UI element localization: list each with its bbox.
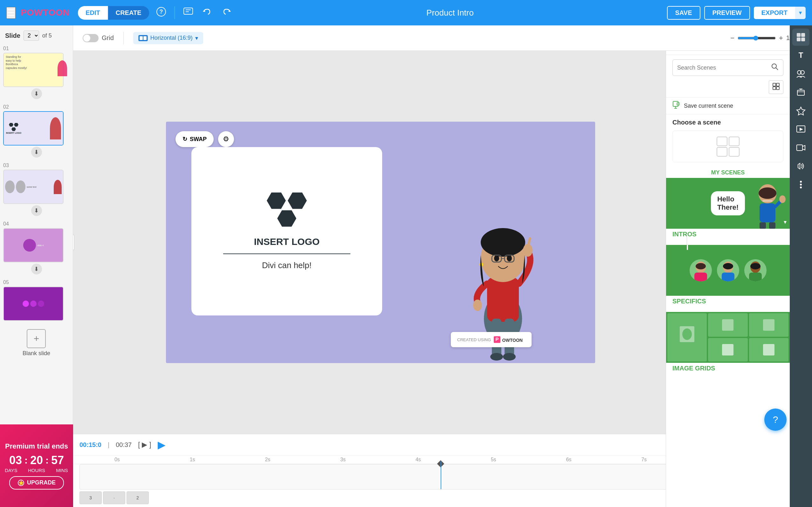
svg-marker-87 bbox=[803, 146, 805, 150]
canvas-next-button[interactable]: › bbox=[687, 235, 688, 250]
svg-rect-68 bbox=[722, 319, 733, 331]
hex-2 bbox=[288, 192, 307, 209]
timeline-thumb-3[interactable]: 3 bbox=[80, 492, 102, 504]
slide-item-4[interactable]: 04 slide 4 ⬇ bbox=[0, 219, 73, 278]
sidebar-props-button[interactable] bbox=[792, 84, 809, 101]
mins-label: MINS bbox=[52, 468, 71, 473]
settings-button[interactable]: ⚙ bbox=[218, 131, 234, 147]
zoom-in-button[interactable]: + bbox=[779, 34, 783, 42]
export-button-group: EXPORT ▾ bbox=[754, 7, 806, 19]
menu-icon[interactable]: ☰ bbox=[6, 7, 15, 19]
edit-button[interactable]: EDIT bbox=[78, 6, 108, 20]
slide-3-action-btn[interactable]: ⬇ bbox=[31, 205, 42, 216]
slide-item-5[interactable]: 05 bbox=[0, 278, 73, 323]
svg-rect-2 bbox=[184, 8, 193, 14]
svg-line-36 bbox=[776, 68, 778, 70]
zoom-out-button[interactable]: − bbox=[730, 34, 734, 42]
slide-thumb-3[interactable]: some text bbox=[3, 170, 64, 204]
char-3 bbox=[744, 259, 767, 281]
svg-text:OWTOON: OWTOON bbox=[502, 338, 523, 343]
swap-icon: ↻ bbox=[183, 136, 187, 143]
specifics-scene-preview[interactable]: ▾ bbox=[666, 245, 790, 296]
slide-thumb-5[interactable] bbox=[3, 287, 64, 321]
save-scene-row[interactable]: Save current scene bbox=[666, 97, 790, 114]
help-button[interactable]: ? bbox=[764, 408, 786, 431]
slide-thumb-4[interactable]: slide 4 bbox=[3, 228, 64, 263]
create-button[interactable]: CREATE bbox=[108, 6, 149, 20]
svg-rect-46 bbox=[729, 137, 739, 146]
sidebar-media-button[interactable] bbox=[792, 121, 809, 138]
export-dropdown-arrow[interactable]: ▾ bbox=[795, 7, 806, 19]
hours-label: HOURS bbox=[27, 468, 46, 473]
slide-1-action-btn[interactable]: ⬇ bbox=[31, 88, 42, 99]
blank-slide-button[interactable]: + Blank slide bbox=[19, 326, 53, 360]
ruler-6s: 6s bbox=[531, 456, 607, 464]
timeline-track[interactable] bbox=[80, 464, 682, 490]
sidebar-scenes-button[interactable] bbox=[792, 29, 809, 46]
intros-character bbox=[748, 181, 786, 229]
days-label: DAYS bbox=[2, 468, 21, 473]
help-icon-button[interactable]: ? bbox=[154, 5, 168, 21]
slide-4-action-btn[interactable]: ⬇ bbox=[31, 264, 42, 275]
svg-rect-64 bbox=[749, 273, 762, 281]
svg-text:⭐: ⭐ bbox=[18, 480, 24, 486]
redo-button[interactable] bbox=[219, 5, 233, 21]
icon-sidebar: T bbox=[790, 25, 812, 507]
loop-play-button[interactable]: [ ▶ ] bbox=[138, 441, 151, 449]
props-icon bbox=[796, 88, 806, 97]
slide-thumb-2[interactable]: INSERT LOGO bbox=[3, 111, 64, 146]
grid-toggle-switch[interactable] bbox=[83, 34, 99, 42]
scene-search-input[interactable] bbox=[673, 61, 767, 74]
slide-2-action-btn[interactable]: ⬇ bbox=[31, 147, 42, 158]
premium-hours: 20 bbox=[30, 454, 43, 467]
svg-rect-39 bbox=[773, 87, 776, 90]
header-actions: SAVE PREVIEW EXPORT ▾ bbox=[667, 6, 806, 20]
slide-number-1: 01 bbox=[3, 46, 70, 51]
play-button[interactable]: ▶ bbox=[158, 439, 166, 451]
upgrade-button[interactable]: ⭐ UPGRADE bbox=[9, 476, 64, 490]
preview-button[interactable]: PREVIEW bbox=[704, 6, 750, 20]
canvas-collapse-button[interactable]: ‹ bbox=[73, 235, 74, 250]
svg-rect-48 bbox=[729, 148, 739, 156]
intros-scene-preview[interactable]: HelloThere! ▾ bbox=[666, 178, 790, 229]
zoom-slider[interactable] bbox=[738, 36, 776, 41]
aspect-label: Horizontal (16:9) bbox=[150, 35, 193, 41]
export-button[interactable]: EXPORT bbox=[754, 7, 795, 19]
intros-label: INTROS bbox=[666, 229, 790, 240]
svg-rect-50 bbox=[760, 203, 775, 222]
sidebar-characters-button[interactable] bbox=[792, 65, 809, 82]
svg-point-59 bbox=[696, 263, 706, 269]
intros-arrow: ▾ bbox=[784, 219, 786, 226]
sidebar-icons-button[interactable] bbox=[792, 102, 809, 119]
my-scenes-placeholder-icon bbox=[715, 135, 741, 158]
scene-category-specifics: ▾ SPECIFICS bbox=[666, 245, 790, 307]
slide-number-select[interactable]: 2 bbox=[23, 31, 39, 41]
logo: POWTOON bbox=[21, 8, 70, 18]
svg-point-27 bbox=[503, 353, 516, 360]
svg-rect-70 bbox=[722, 344, 733, 355]
slide-item-2[interactable]: 02 INSERT LOGO ⬇ bbox=[0, 102, 73, 161]
aspect-ratio-selector[interactable]: Horizontal (16:9) ▾ bbox=[133, 32, 203, 44]
specifics-label: SPECIFICS bbox=[666, 296, 790, 307]
swap-button[interactable]: ↻ SWAP bbox=[175, 131, 214, 147]
sidebar-text-button[interactable]: T bbox=[792, 47, 809, 64]
timeline-thumb-dot[interactable]: · bbox=[103, 492, 125, 504]
svg-point-53 bbox=[779, 195, 785, 203]
slide-canvas[interactable]: ↻ SWAP ⚙ INSERT LOGO Divi can help bbox=[166, 122, 595, 363]
slide-item-1[interactable]: 01 Standing for easy to help BoniBoca ca… bbox=[0, 44, 73, 102]
sidebar-audio-button[interactable] bbox=[792, 158, 809, 175]
undo-button[interactable] bbox=[200, 5, 214, 21]
sidebar-video-button[interactable] bbox=[792, 139, 809, 156]
scene-grid-view-button[interactable] bbox=[769, 80, 783, 94]
save-button[interactable]: SAVE bbox=[667, 6, 700, 20]
sidebar-more-button[interactable] bbox=[792, 176, 809, 193]
slide-item-3[interactable]: 03 some text ⬇ bbox=[0, 161, 73, 219]
svg-rect-75 bbox=[801, 38, 805, 41]
watermark-created: CREATED USING bbox=[457, 337, 491, 342]
image-grids-preview[interactable]: ▾ bbox=[666, 312, 790, 363]
slide-thumb-1[interactable]: Standing for easy to help BoniBoca capsu… bbox=[3, 53, 64, 87]
scene-search-button[interactable] bbox=[767, 60, 783, 75]
timeline-thumb-2[interactable]: 2 bbox=[126, 492, 149, 504]
comments-icon-button[interactable] bbox=[181, 5, 195, 21]
slide-number-2: 02 bbox=[3, 104, 70, 110]
